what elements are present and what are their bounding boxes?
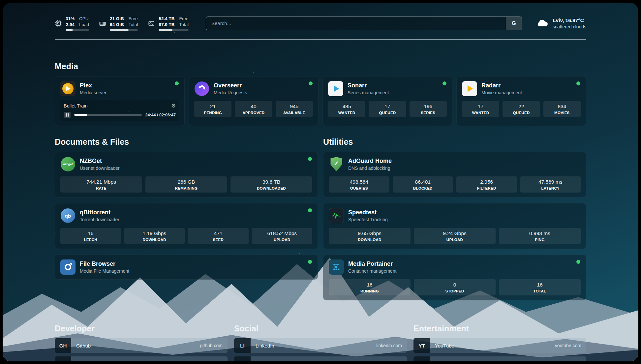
cpu-usage-bar-fill (66, 29, 73, 31)
playback-time: 24:44 / 02:06:47 (145, 113, 176, 117)
service-card-overseerr[interactable]: Overseerr Media Requests 21 PENDING 40 A… (189, 76, 319, 126)
qbittorrent-icon: qb (60, 208, 76, 223)
bookmark-url: linkedin.com (376, 343, 407, 348)
service-title: Media Portainer (348, 260, 396, 267)
bookmark-name: Twitter (251, 361, 380, 361)
gear-icon[interactable]: ⚙ (171, 103, 176, 109)
bookmark-youtube[interactable]: YT YouTube youtube.com (413, 338, 586, 353)
stat-queries: 498,564 QUERIES (329, 176, 389, 193)
service-card-qbittorrent[interactable]: qb qBittorrent Torrent downloader 16 LEE… (55, 203, 318, 249)
stat-seed: 471 SEED (188, 228, 249, 244)
service-title: Speedtest (348, 209, 388, 216)
pause-button[interactable] (64, 112, 71, 118)
status-dot (175, 81, 179, 85)
service-card-adguard[interactable]: ✓ AdGuard Home DNS and adblocking 498,56… (323, 152, 586, 197)
section-title-social: Social (234, 324, 407, 333)
stat-ping: 0.993 ms PING (499, 228, 581, 244)
snow-specks (3, 3, 3, 3)
weather-location: Lviv, 16.87°C (553, 17, 586, 23)
section-title-entertainment: Entertainment (413, 324, 586, 333)
stat-download: 1.19 Gbps DOWNLOAD (124, 228, 185, 244)
status-dot (308, 208, 312, 212)
bookmark-url: stackoverflow.com (185, 361, 228, 361)
stat-available: 945 AVAILABLE (276, 101, 313, 117)
service-card-sonarr[interactable]: Sonarr Series management 485 WANTED 17 Q… (322, 76, 452, 126)
status-dot (309, 81, 313, 85)
section-title-media: Media (55, 62, 586, 71)
adguard-icon: ✓ (329, 157, 344, 172)
disk-free-label: Free (179, 16, 189, 22)
status-dot (576, 81, 580, 85)
service-subtitle: Speedtest Tracking (348, 217, 388, 222)
service-card-speedtest[interactable]: Speedtest Speedtest Tracking 9.65 Gbps D… (323, 203, 586, 249)
status-dot (308, 260, 312, 264)
search-input[interactable] (206, 17, 506, 30)
service-subtitle: Media File Management (80, 268, 129, 274)
ram-widget: 21 GiB 64 GiB Free Total (99, 16, 138, 31)
bookmark-url: github.com (200, 343, 228, 348)
bookmark-url: youtube.com (555, 343, 586, 348)
bookmark-twitter[interactable]: TW Twitter twitter.com (234, 356, 407, 361)
service-subtitle: Media server (80, 90, 107, 95)
stat-pending: 21 PENDING (194, 101, 231, 117)
playback-progress-track[interactable] (74, 114, 142, 116)
bookmark-abbr: GH (55, 338, 71, 353)
radarr-icon (462, 81, 477, 96)
bookmark-github[interactable]: GH Github github.com (55, 338, 228, 353)
header-divider (55, 39, 586, 40)
bookmark-netflix[interactable]: NF Netflix netflix.com (413, 356, 586, 361)
service-card-filebrowser[interactable]: File Browser Media File Management (55, 255, 318, 280)
overseerr-icon (194, 81, 209, 96)
bookmark-abbr: LI (234, 338, 251, 353)
bookmark-abbr: SO (55, 356, 71, 361)
section-title-documents: Documents & Files (55, 137, 318, 147)
cloud-icon (536, 18, 548, 29)
service-title: Overseerr (214, 82, 247, 89)
section-title-developer: Developer (55, 324, 228, 333)
section-social: Social LI LinkedIn linkedin.com TW Twitt… (234, 324, 407, 361)
stat-movies: 834 MOVIES (543, 101, 581, 117)
stat-stopped: 0 STOPPED (414, 279, 496, 295)
service-title: File Browser (80, 260, 129, 267)
stat-series: 196 SERIES (410, 101, 447, 117)
service-card-plex[interactable]: Plex Media server Bullet Train ⚙ (55, 76, 185, 126)
stat-total: 16 TOTAL (499, 279, 581, 295)
bookmark-url: netflix.com (559, 361, 586, 361)
resource-widgets: 31% 2.94 CPU Load (55, 16, 189, 31)
nzbget-icon: nzbget (60, 157, 76, 172)
service-card-nzbget[interactable]: nzbget NZBGet Usenet downloader 744.21 M… (55, 152, 318, 197)
bookmark-stackoverflow[interactable]: SO StackOverflow stackoverflow.com (55, 356, 228, 361)
stat-queued: 17 QUEUED (369, 101, 406, 117)
bookmark-name: YouTube (430, 343, 555, 349)
bookmark-name: LinkedIn (251, 343, 376, 349)
plex-icon (60, 81, 76, 96)
ram-free-label: Free (129, 16, 138, 22)
stat-running: 16 RUNNING (329, 279, 411, 295)
service-card-radarr[interactable]: Radarr Movie management 17 WANTED 22 QUE… (456, 76, 586, 126)
section-entertainment: Entertainment YT YouTube youtube.com NF … (413, 324, 586, 361)
service-card-portainer[interactable]: Media Portainer Container management 16 … (323, 255, 586, 300)
disk-icon (148, 20, 155, 27)
bookmark-abbr: NF (413, 356, 430, 361)
top-bar: 31% 2.94 CPU Load (55, 16, 586, 31)
service-subtitle: Usenet downloader (80, 166, 120, 171)
stat-upload: 9.24 Gbps UPLOAD (414, 228, 496, 244)
bookmark-abbr: TW (234, 356, 251, 361)
playback-progress-fill (74, 114, 87, 116)
stat-latency: 47.569 ms LATENCY (520, 176, 581, 193)
ram-icon (99, 20, 106, 27)
portainer-icon (329, 259, 344, 275)
bookmark-name: StackOverflow (71, 361, 185, 361)
bookmark-url: twitter.com (380, 361, 407, 361)
ram-usage-bar-fill (110, 29, 129, 31)
cpu-icon (55, 20, 62, 27)
bookmark-abbr: YT (413, 338, 430, 353)
bookmark-linkedin[interactable]: LI LinkedIn linkedin.com (234, 338, 407, 353)
google-search-button[interactable]: G (506, 17, 522, 30)
service-subtitle: Container management (348, 268, 396, 274)
stat-blocked: 86,401 BLOCKED (393, 176, 453, 193)
service-title: Plex (80, 82, 107, 89)
cpu-load-value: 2.94 (66, 22, 75, 28)
service-subtitle: DNS and adblocking (348, 166, 392, 171)
ram-usage-bar (110, 29, 138, 31)
